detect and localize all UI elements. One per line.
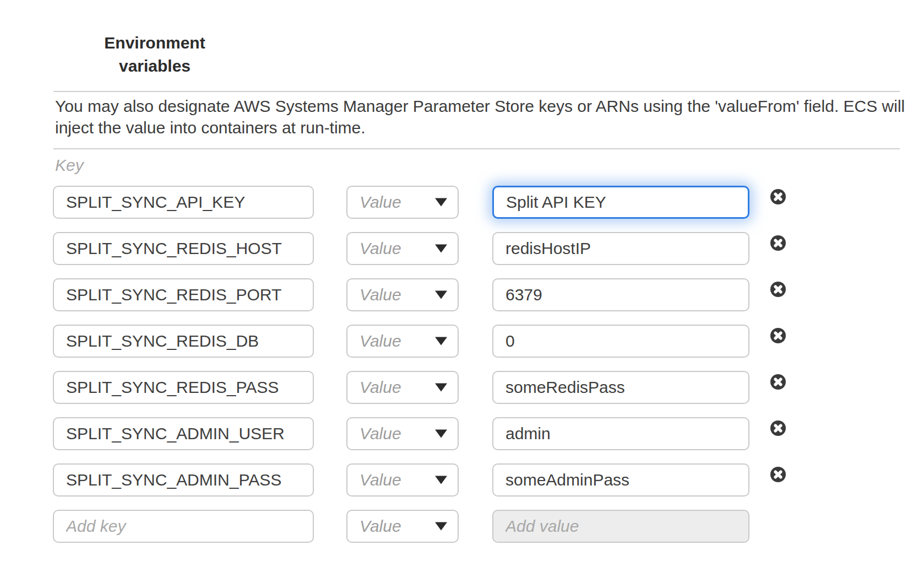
value-type-select[interactable]: Value bbox=[346, 278, 459, 311]
divider bbox=[53, 148, 900, 149]
env-var-row: Value bbox=[0, 325, 924, 358]
remove-button[interactable] bbox=[770, 282, 786, 297]
value-type-select[interactable]: Value bbox=[346, 371, 459, 404]
remove-button[interactable] bbox=[770, 235, 786, 251]
key-input[interactable] bbox=[53, 371, 314, 404]
help-text: You may also designate AWS Systems Manag… bbox=[55, 95, 917, 138]
close-icon bbox=[770, 374, 786, 390]
value-input[interactable] bbox=[492, 371, 749, 404]
value-input[interactable] bbox=[492, 186, 749, 219]
env-var-row: Value bbox=[0, 278, 924, 311]
value-type-label: Value bbox=[360, 424, 401, 443]
chevron-down-icon bbox=[435, 522, 447, 531]
section-title-line1: Environment bbox=[52, 31, 257, 55]
key-input[interactable] bbox=[53, 325, 314, 358]
close-icon bbox=[770, 189, 786, 204]
remove-button[interactable] bbox=[770, 420, 786, 436]
value-input[interactable] bbox=[492, 278, 749, 311]
close-icon bbox=[770, 467, 786, 482]
close-icon bbox=[770, 328, 786, 343]
chevron-down-icon bbox=[435, 430, 447, 438]
env-var-row: Value bbox=[0, 371, 924, 404]
close-icon bbox=[770, 282, 786, 297]
remove-button[interactable] bbox=[770, 467, 786, 482]
env-var-row: Value bbox=[0, 186, 924, 219]
env-var-row: Value bbox=[0, 417, 924, 450]
value-input[interactable] bbox=[492, 417, 749, 450]
remove-button[interactable] bbox=[770, 189, 786, 204]
chevron-down-icon bbox=[435, 337, 447, 346]
value-input[interactable] bbox=[492, 463, 749, 497]
divider bbox=[53, 91, 900, 92]
key-input[interactable] bbox=[53, 186, 314, 219]
chevron-down-icon bbox=[435, 384, 447, 392]
close-icon bbox=[770, 420, 786, 436]
chevron-down-icon bbox=[435, 291, 447, 299]
env-var-row: Value bbox=[0, 463, 924, 497]
value-type-label: Value bbox=[360, 239, 401, 258]
value-type-select[interactable]: Value bbox=[346, 417, 459, 450]
key-input[interactable] bbox=[53, 463, 314, 497]
value-input[interactable] bbox=[492, 232, 749, 265]
value-type-select[interactable]: Value bbox=[346, 325, 459, 358]
value-type-label: Value bbox=[360, 517, 401, 536]
close-icon bbox=[770, 235, 786, 251]
value-type-select[interactable]: Value bbox=[346, 186, 459, 219]
section-title: Environment variables bbox=[52, 31, 257, 78]
value-type-select[interactable]: Value bbox=[346, 510, 459, 543]
key-column-header: Key bbox=[55, 156, 84, 175]
value-type-select[interactable]: Value bbox=[346, 232, 459, 265]
chevron-down-icon bbox=[435, 476, 447, 484]
add-key-input[interactable] bbox=[53, 510, 314, 543]
chevron-down-icon bbox=[435, 245, 447, 253]
env-var-row: Value bbox=[0, 232, 924, 265]
value-type-label: Value bbox=[360, 378, 401, 397]
key-input[interactable] bbox=[53, 417, 314, 450]
value-type-select[interactable]: Value bbox=[346, 463, 459, 497]
remove-button[interactable] bbox=[770, 328, 786, 343]
key-input[interactable] bbox=[53, 278, 314, 311]
key-input[interactable] bbox=[53, 232, 314, 265]
add-env-var-row: Value bbox=[0, 510, 924, 543]
value-type-label: Value bbox=[360, 193, 401, 212]
value-input[interactable] bbox=[492, 325, 749, 358]
value-type-label: Value bbox=[360, 471, 401, 489]
section-title-line2: variables bbox=[52, 55, 257, 78]
value-type-label: Value bbox=[360, 332, 401, 350]
add-value-input[interactable] bbox=[492, 510, 749, 543]
remove-button[interactable] bbox=[770, 374, 786, 390]
value-type-label: Value bbox=[360, 285, 401, 304]
chevron-down-icon bbox=[435, 198, 447, 207]
